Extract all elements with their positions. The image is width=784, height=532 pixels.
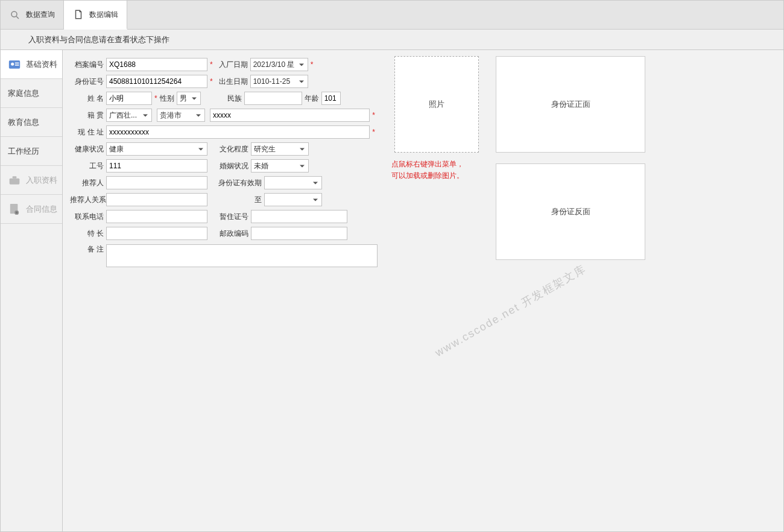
- addr-input[interactable]: [106, 125, 370, 139]
- entry-date-picker[interactable]: 2021/3/10 星: [250, 58, 308, 71]
- svg-rect-5: [15, 65, 19, 66]
- briefcase-icon: [8, 174, 21, 187]
- svg-line-1: [16, 16, 19, 19]
- portrait-photo-box[interactable]: 照片: [394, 56, 479, 153]
- id-back-label: 身份证反面: [551, 206, 590, 217]
- info-banner: 入职资料与合同信息请在查看状态下操作: [1, 30, 783, 50]
- portrait-label: 照片: [429, 99, 444, 110]
- sidebar-item-basic[interactable]: 基础资料: [1, 50, 62, 79]
- tab-data-edit[interactable]: 数据编辑: [64, 1, 127, 30]
- name-label: 姓 名: [70, 93, 106, 104]
- sidebar-item-onboard[interactable]: 入职资料: [1, 166, 62, 195]
- birth-date-picker[interactable]: 1010-11-25: [250, 75, 308, 88]
- archive-no-label: 档案编号: [70, 60, 106, 70]
- required-mark: *: [210, 60, 213, 69]
- main-tabs: 数据查询 数据编辑: [1, 1, 783, 30]
- age-input[interactable]: [321, 92, 341, 105]
- referrer-input[interactable]: [106, 176, 207, 189]
- id-no-label: 身份证号: [70, 77, 106, 87]
- required-mark: *: [372, 111, 375, 119]
- id-valid-to-picker[interactable]: [264, 193, 322, 206]
- form-panel: 档案编号 * 入厂日期 2021/3/10 星 * 身份证号 * 出生日期 10…: [63, 50, 783, 531]
- id-valid-from-picker[interactable]: [264, 176, 322, 189]
- info-banner-text: 入职资料与合同信息请在查看状态下操作: [28, 34, 169, 45]
- id-valid-to-label: 至: [216, 195, 264, 205]
- sidebar-item-contract[interactable]: 合同信息: [1, 195, 62, 224]
- sidebar-item-education[interactable]: 教育信息: [1, 108, 62, 137]
- side-nav: 基础资料 家庭信息 教育信息 工作经历 入职资料 合同信息: [1, 50, 63, 531]
- id-back-box[interactable]: 身份证反面: [496, 163, 645, 260]
- permit-input[interactable]: [251, 210, 347, 223]
- sidebar-item-work[interactable]: 工作经历: [1, 137, 62, 166]
- search-icon: [9, 9, 21, 21]
- origin-city-select[interactable]: 贵港市: [157, 109, 205, 122]
- required-mark: *: [311, 60, 314, 69]
- ethnic-label: 民族: [209, 93, 244, 104]
- sidebar-education-label: 教育信息: [8, 117, 39, 128]
- id-front-box[interactable]: 身份证正面: [496, 56, 645, 153]
- health-label: 健康状况: [70, 144, 106, 154]
- emp-no-label: 工号: [70, 161, 106, 171]
- document-lock-icon: [8, 203, 21, 216]
- required-mark: *: [154, 94, 157, 103]
- archive-no-input[interactable]: [106, 58, 207, 71]
- svg-point-3: [11, 62, 14, 65]
- ethnic-input[interactable]: [244, 92, 302, 105]
- id-no-input[interactable]: [106, 75, 207, 88]
- document-edit-icon: [72, 8, 84, 21]
- permit-label: 暂住证号: [216, 212, 251, 222]
- id-front-label: 身份证正面: [551, 99, 590, 110]
- referrer-label: 推荐人: [70, 178, 106, 188]
- id-card-column: 身份证正面 身份证反面: [496, 56, 646, 524]
- svg-rect-4: [15, 62, 19, 63]
- photo-column: 照片 点鼠标右键弹出菜单， 可以加载或删除图片。: [388, 56, 485, 524]
- photo-hint: 点鼠标右键弹出菜单， 可以加载或删除图片。: [391, 159, 482, 182]
- phone-input[interactable]: [106, 210, 207, 223]
- tab-data-query[interactable]: 数据查询: [1, 1, 64, 29]
- remark-textarea[interactable]: [106, 244, 378, 267]
- tab-query-label: 数据查询: [26, 10, 55, 20]
- age-label: 年龄: [302, 93, 321, 104]
- sidebar-onboard-label: 入职资料: [26, 175, 57, 186]
- svg-rect-7: [13, 176, 17, 178]
- entry-date-label: 入厂日期: [215, 60, 250, 70]
- birth-date-label: 出生日期: [215, 77, 250, 87]
- gender-select[interactable]: 男: [177, 92, 201, 105]
- sidebar-contract-label: 合同信息: [26, 204, 57, 215]
- name-input[interactable]: [106, 92, 152, 105]
- sidebar-item-family[interactable]: 家庭信息: [1, 79, 62, 108]
- svg-rect-10: [16, 211, 18, 214]
- form-left-column: 档案编号 * 入厂日期 2021/3/10 星 * 身份证号 * 出生日期 10…: [70, 56, 378, 524]
- marriage-label: 婚姻状况: [216, 161, 251, 171]
- marriage-select[interactable]: 未婚: [251, 159, 309, 173]
- edu-select[interactable]: 研究生: [251, 142, 309, 156]
- required-mark: *: [372, 128, 375, 136]
- svg-point-0: [11, 11, 17, 17]
- specialty-input[interactable]: [106, 227, 207, 240]
- sidebar-work-label: 工作经历: [8, 146, 39, 157]
- postal-label: 邮政编码: [216, 229, 251, 239]
- tab-edit-label: 数据编辑: [89, 10, 118, 20]
- emp-no-input[interactable]: [106, 159, 207, 173]
- referrer-rel-label: 推荐人关系: [70, 195, 106, 205]
- referrer-rel-input[interactable]: [106, 193, 207, 206]
- origin-detail-input[interactable]: [210, 109, 370, 122]
- sidebar-family-label: 家庭信息: [8, 88, 39, 99]
- required-mark: *: [210, 77, 213, 86]
- sidebar-basic-label: 基础资料: [26, 59, 57, 70]
- remark-label: 备 注: [70, 244, 106, 255]
- origin-province-select[interactable]: 广西壮...: [106, 109, 152, 122]
- edu-label: 文化程度: [216, 144, 251, 154]
- origin-label: 籍 贯: [70, 110, 106, 121]
- id-valid-label: 身份证有效期: [216, 178, 264, 188]
- addr-label: 现 住 址: [70, 127, 106, 138]
- person-card-icon: [8, 58, 21, 71]
- gender-label: 性别: [160, 93, 177, 104]
- health-select[interactable]: 健康: [106, 142, 207, 156]
- svg-rect-6: [10, 178, 20, 184]
- postal-input[interactable]: [251, 227, 347, 240]
- phone-label: 联系电话: [70, 212, 106, 222]
- specialty-label: 特 长: [70, 229, 106, 239]
